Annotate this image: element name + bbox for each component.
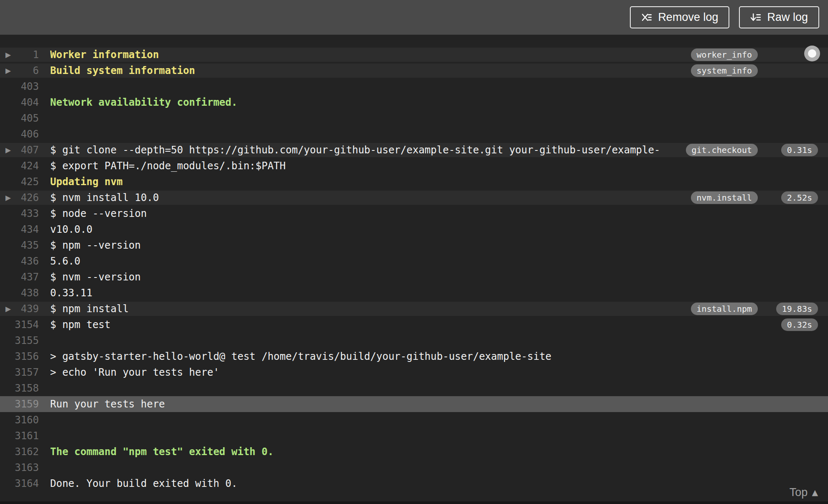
fold-arrow-icon[interactable]: ▶ — [5, 194, 11, 201]
log-line: 3159Run your tests here — [0, 396, 828, 412]
log-text: $ export PATH=./node_modules/.bin:$PATH — [50, 160, 286, 172]
log-text: v10.0.0 — [50, 224, 92, 235]
line-number[interactable]: 3154 — [0, 319, 39, 331]
log-text: $ nvm install 10.0 — [50, 192, 159, 204]
remove-log-icon — [641, 12, 652, 23]
log-text: The command "npm test" exited with 0. — [50, 446, 274, 458]
follow-log-dot-icon — [808, 49, 816, 58]
raw-log-icon — [750, 12, 762, 23]
fold-arrow-icon[interactable]: ▶ — [5, 51, 11, 59]
fold-tag-badge: nvm.install — [691, 191, 758, 204]
log-line: 405 — [0, 110, 828, 126]
log-text: 5.6.0 — [50, 255, 80, 267]
log-line: 3162The command "npm test" exited with 0… — [0, 444, 828, 460]
line-number[interactable]: 404 — [0, 97, 39, 108]
log-line: 3160 — [0, 412, 828, 428]
fold-tag-badge: system_info — [691, 64, 758, 77]
log-line: 437$ nvm --version — [0, 269, 828, 285]
log-line: 403 — [0, 79, 828, 94]
line-number[interactable]: 433 — [0, 208, 39, 219]
duration-badge: 0.32s — [781, 318, 818, 331]
follow-log-toggle-button[interactable] — [804, 46, 820, 61]
log-text: Done. Your build exited with 0. — [50, 478, 237, 489]
log-text: Run your tests here — [50, 398, 165, 410]
top-link-label: Top — [790, 486, 808, 499]
fold-arrow-icon[interactable]: ▶ — [5, 305, 11, 313]
log-text: Worker information — [50, 49, 159, 61]
log-text: $ node --version — [50, 208, 147, 219]
log-text: Network availability confirmed. — [50, 97, 237, 108]
line-number[interactable]: 3157 — [0, 367, 39, 378]
remove-log-label: Remove log — [658, 11, 718, 24]
scroll-to-top-link[interactable]: Top ▲ — [790, 486, 818, 499]
log-text: 0.33.11 — [50, 287, 92, 299]
line-number[interactable]: 3163 — [0, 462, 39, 473]
log-text: Updating nvm — [50, 176, 122, 188]
log-text: Build system information — [50, 65, 195, 76]
fold-tag-badge: git.checkout — [686, 144, 758, 156]
line-number[interactable]: 3160 — [0, 414, 39, 426]
log-text: $ npm test — [50, 319, 111, 331]
fold-arrow-icon[interactable]: ▶ — [5, 147, 11, 154]
log-line: ▶439$ npm installinstall.npm19.83s — [0, 301, 828, 317]
log-line: 3164Done. Your build exited with 0. — [0, 476, 828, 491]
fold-tag-badge: worker_info — [691, 48, 758, 61]
log-line: 425Updating nvm — [0, 174, 828, 190]
log-line: ▶1Worker informationworker_info — [0, 47, 828, 63]
log-line: 3155 — [0, 333, 828, 349]
log-toolbar: Remove log Raw log — [0, 0, 828, 35]
log-line: 433$ node --version — [0, 206, 828, 221]
line-number[interactable]: 435 — [0, 239, 39, 251]
log-lines: ▶1Worker informationworker_info▶6Build s… — [0, 35, 828, 491]
log-text: $ nvm --version — [50, 271, 141, 283]
log-line: 3158 — [0, 380, 828, 396]
line-number[interactable]: 425 — [0, 176, 39, 188]
log-line: ▶407$ git clone --depth=50 https://githu… — [0, 142, 828, 158]
line-number[interactable]: 405 — [0, 112, 39, 124]
line-number[interactable]: 438 — [0, 287, 39, 299]
log-text: $ npm --version — [50, 239, 141, 251]
log-line: 3157> echo 'Run your tests here' — [0, 364, 828, 380]
raw-log-button[interactable]: Raw log — [739, 6, 819, 28]
line-number[interactable]: 3161 — [0, 430, 39, 442]
line-number[interactable]: 3156 — [0, 351, 39, 362]
log-line: 404Network availability confirmed. — [0, 94, 828, 110]
line-number[interactable]: 436 — [0, 255, 39, 267]
line-number[interactable]: 434 — [0, 224, 39, 235]
line-number[interactable]: 3162 — [0, 446, 39, 458]
log-line: 3161 — [0, 428, 828, 444]
line-number[interactable]: 437 — [0, 271, 39, 283]
log-text: $ git clone --depth=50 https://github.co… — [50, 144, 660, 156]
log-text: > gatsby-starter-hello-world@ test /home… — [50, 351, 551, 362]
line-number[interactable]: 424 — [0, 160, 39, 172]
duration-badge: 0.31s — [781, 144, 818, 156]
log-line: 4365.6.0 — [0, 253, 828, 269]
log-line: 3154$ npm test0.32s — [0, 317, 828, 333]
log-text: $ npm install — [50, 303, 129, 315]
log-line: 3163 — [0, 460, 828, 476]
log-line: 424$ export PATH=./node_modules/.bin:$PA… — [0, 158, 828, 174]
line-number[interactable]: 3155 — [0, 335, 39, 346]
duration-badge: 19.83s — [776, 303, 818, 315]
fold-tag-badge: install.npm — [691, 303, 758, 315]
remove-log-button[interactable]: Remove log — [630, 6, 729, 28]
line-number[interactable]: 3158 — [0, 382, 39, 394]
log-text: > echo 'Run your tests here' — [50, 367, 219, 378]
log-line: 434v10.0.0 — [0, 221, 828, 237]
duration-badge: 2.52s — [781, 191, 818, 204]
log-line: 435$ npm --version — [0, 237, 828, 253]
line-number[interactable]: 3164 — [0, 478, 39, 489]
line-number[interactable]: 406 — [0, 128, 39, 140]
fold-arrow-icon[interactable]: ▶ — [5, 67, 11, 74]
log-line: ▶6Build system informationsystem_info — [0, 63, 828, 79]
page-bottom-edge — [0, 501, 828, 504]
log-line: 406 — [0, 126, 828, 142]
line-number[interactable]: 3159 — [0, 398, 39, 410]
chevron-up-icon: ▲ — [812, 489, 818, 496]
log-line: 4380.33.11 — [0, 285, 828, 301]
log-line: 3156> gatsby-starter-hello-world@ test /… — [0, 349, 828, 364]
line-number[interactable]: 403 — [0, 81, 39, 92]
raw-log-label: Raw log — [767, 11, 808, 24]
build-log-screen: Remove log Raw log ▶1Worker informationw… — [0, 0, 828, 504]
log-line: ▶426$ nvm install 10.0nvm.install2.52s — [0, 190, 828, 206]
